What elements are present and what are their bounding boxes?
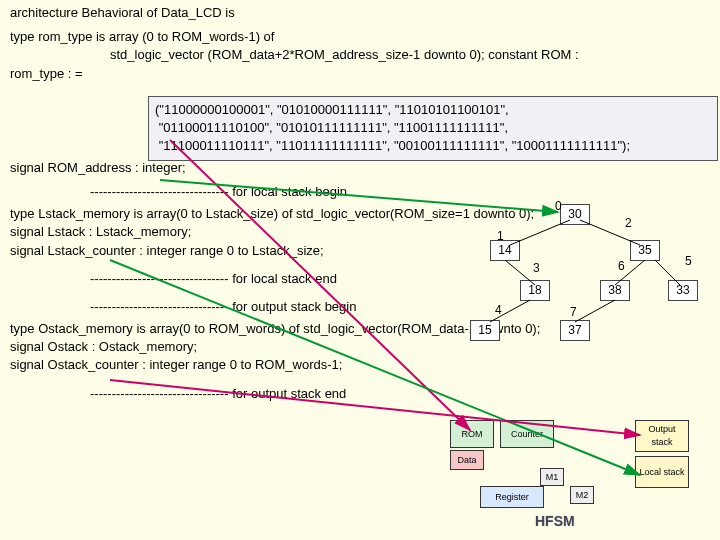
box-m2: M2 — [570, 486, 594, 504]
local-begin-comment: -------------------------------- for loc… — [10, 183, 710, 201]
edge-5: 5 — [685, 253, 692, 270]
box-rom: ROM — [450, 420, 494, 448]
box-register: Register — [480, 486, 544, 508]
node-15: 15 — [470, 320, 500, 341]
node-37: 37 — [560, 320, 590, 341]
node-14: 14 — [490, 240, 520, 261]
box-output-stack: Output stack — [635, 420, 689, 452]
box-counter: Counter — [500, 420, 554, 448]
edge-3: 3 — [533, 260, 540, 277]
rom-type-line3: rom_type : = — [10, 65, 710, 83]
node-38: 38 — [600, 280, 630, 301]
edge-2: 2 — [625, 215, 632, 232]
binary-tree: 30 14 35 18 38 33 15 37 — [440, 200, 720, 380]
node-35: 35 — [630, 240, 660, 261]
box-m1: M1 — [540, 468, 564, 486]
box-data: Data — [450, 450, 484, 470]
rom-type-block: type rom_type is array (0 to ROM_words-1… — [10, 28, 710, 83]
rom-constants-box: ("11000000100001", "01010000111111", "11… — [148, 96, 718, 161]
block-diagram: ROM Counter Data Output stack Local stac… — [440, 420, 700, 530]
edge-6: 6 — [618, 258, 625, 275]
node-30: 30 — [560, 204, 590, 225]
edge-0: 0 — [555, 198, 562, 215]
edge-1: 1 — [497, 228, 504, 245]
node-33: 33 — [668, 280, 698, 301]
box-local-stack: Local stack — [635, 456, 689, 488]
signal-rom-line: signal ROM_address : integer; — [10, 159, 710, 177]
arch-line: architecture Behavioral of Data_LCD is — [10, 4, 710, 22]
label-hfsm: HFSM — [535, 512, 575, 532]
rom-type-line1: type rom_type is array (0 to ROM_words-1… — [10, 28, 710, 46]
edge-4: 4 — [495, 302, 502, 319]
rom-type-line2: std_logic_vector (ROM_data+2*ROM_address… — [10, 46, 710, 64]
node-18: 18 — [520, 280, 550, 301]
output-end-comment: -------------------------------- for out… — [10, 385, 710, 403]
rom-values: ("11000000100001", "01010000111111", "11… — [155, 102, 630, 153]
edge-7: 7 — [570, 304, 577, 321]
